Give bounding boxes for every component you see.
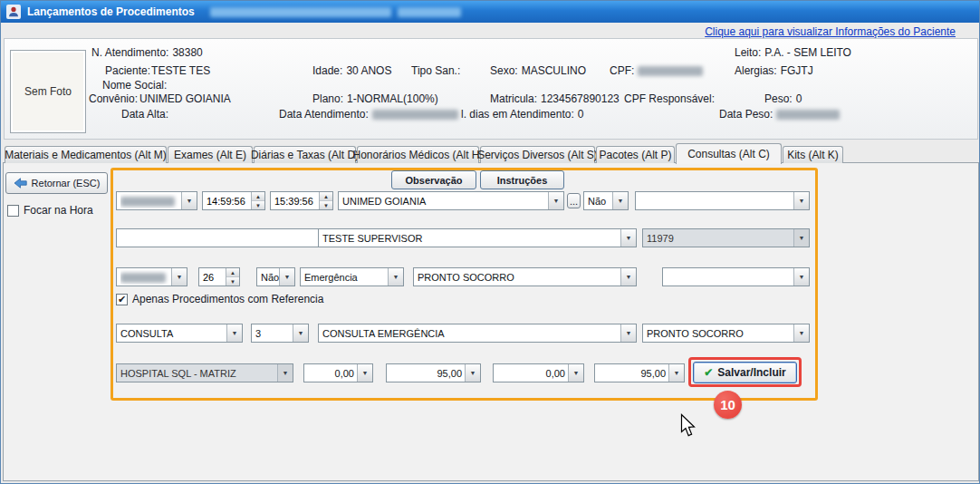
mouse-cursor: [680, 413, 697, 438]
alergias-value: FGJTJ: [781, 64, 813, 77]
local-combobox[interactable]: PRONTO SOCORRO ▼: [642, 324, 810, 343]
chevron-down-icon[interactable]: ▼: [612, 192, 628, 209]
chevron-down-icon[interactable]: ▼: [793, 192, 809, 209]
chevron-down-icon[interactable]: ▼: [548, 192, 563, 209]
valor-convenio-combobox[interactable]: 95,00 ▼: [386, 363, 481, 382]
convenio-ellipsis-button[interactable]: ...: [567, 193, 581, 208]
idade-value: 30 ANOS: [346, 64, 391, 77]
tab-materiais-medicamentos[interactable]: Materiais e Medicamentos (Alt M): [5, 146, 167, 163]
chevron-down-icon[interactable]: ▼: [620, 268, 636, 286]
convenio-combobox[interactable]: UNIMED GOIANIA ▼: [338, 191, 564, 210]
peso-field: Peso: 0: [764, 92, 802, 105]
quant-dias-spinner[interactable]: 26 ▲▼: [198, 267, 240, 286]
chevron-down-icon[interactable]: ▼: [171, 268, 187, 286]
chevron-down-icon[interactable]: ▼: [279, 268, 294, 286]
data-f6-combobox[interactable]: ▼: [116, 191, 197, 210]
valor-convenio-value: 95,00: [390, 368, 465, 379]
tab-consultas[interactable]: Consultas (Alt C): [676, 143, 782, 164]
checkbox-checked[interactable]: ✔: [116, 294, 128, 305]
spin-up-icon[interactable]: ▲: [320, 192, 332, 200]
total-ch-combobox[interactable]: 0,00 ▼: [303, 363, 373, 382]
tab-kits[interactable]: Kits (Alt K): [783, 146, 843, 163]
tab-exames[interactable]: Exames (Alt E): [168, 146, 253, 163]
historico-combobox[interactable]: CONSULTA ▼: [116, 324, 243, 343]
patient-info-link[interactable]: Clique aqui para visualizar Informações …: [705, 25, 956, 38]
spin-up-icon[interactable]: ▲: [252, 192, 264, 200]
chevron-down-icon[interactable]: ▼: [793, 324, 809, 342]
apenas-referencia-checkbox[interactable]: ✔ Apenas Procedimentos com Referencia: [116, 293, 323, 305]
tab-pacotes[interactable]: Pacotes (Alt P): [596, 146, 675, 163]
prestador-combobox[interactable]: ▼: [116, 228, 336, 247]
atendimento-field: N. Atendimento: 38380: [91, 46, 203, 59]
nome-medico-combobox[interactable]: TESTE SUPERVISOR ▼: [318, 228, 637, 247]
prioridade-combobox[interactable]: ▼: [662, 267, 810, 286]
salvar-incluir-label: Salvar/Incluir: [717, 366, 785, 379]
hora-final-spinner[interactable]: 15:39:56 ▲▼: [270, 191, 333, 210]
chevron-down-icon[interactable]: ▼: [620, 229, 636, 247]
spin-down-icon[interactable]: ▼: [252, 200, 264, 209]
matricula-info-field: Matricula: 1234567890123: [490, 92, 620, 105]
retornar-button[interactable]: Retornar (ESC): [5, 172, 108, 194]
retornar-label: Retornar (ESC): [32, 178, 101, 189]
convenio-info-label: Convênio:: [89, 92, 138, 105]
leito-field: Leito: P.A. - SEM LEITO: [735, 46, 851, 59]
cpf-responsavel-field: CPF Responsável:: [624, 92, 718, 105]
data-peso-field: Data Peso:: [719, 108, 840, 121]
procedimento-combobox[interactable]: CONSULTA EMERGÊNCIA ▼: [318, 324, 637, 343]
data-atendimento-redacted-value: [372, 110, 458, 120]
checkbox-unchecked[interactable]: [7, 205, 19, 217]
spinner-buttons[interactable]: ▲▼: [226, 268, 239, 286]
leito-value: P.A. - SEM LEITO: [764, 46, 851, 59]
data-atendimento-label: Data Atendimento:: [279, 108, 369, 121]
grupo-lancamento-combobox[interactable]: ▼: [635, 191, 810, 210]
chevron-down-icon[interactable]: ▼: [620, 324, 636, 342]
chevron-down-icon[interactable]: ▼: [388, 268, 403, 286]
horario-esp-combobox[interactable]: Não ▼: [583, 191, 629, 210]
spinner-buttons[interactable]: ▲▼: [251, 192, 264, 209]
matricula-info-value: 1234567890123: [541, 92, 620, 105]
spin-down-icon[interactable]: ▼: [226, 276, 239, 286]
nome-medico-value: TESTE SUPERVISOR: [322, 233, 620, 244]
step-10-badge: 10: [714, 391, 742, 419]
codigo-proc-combobox[interactable]: 3 ▼: [251, 324, 309, 343]
total-ch-value: 0,00: [308, 368, 357, 379]
hora-inicial-value: 14:59:56: [207, 196, 251, 207]
matricula-info-label: Matricula:: [490, 92, 537, 105]
chevron-down-icon[interactable]: ▼: [568, 364, 583, 382]
spin-up-icon[interactable]: ▲: [226, 268, 239, 276]
nome-social-label: Nome Social:: [102, 79, 167, 92]
ultima-consulta-redacted-value: [120, 270, 171, 285]
origem-combobox[interactable]: PRONTO SOCORRO ▼: [413, 267, 637, 286]
titlebar[interactable]: Lançamentos de Procedimentos: [1, 1, 979, 23]
paciente-field: Paciente: TESTE TES: [105, 64, 210, 77]
paciente-label: Paciente:: [105, 64, 150, 77]
chevron-down-icon[interactable]: ▼: [668, 364, 684, 382]
dias-atendimento-field: l. dias em Atendimento: 0: [461, 108, 583, 121]
cpf-redacted-value: [638, 66, 703, 76]
chevron-down-icon[interactable]: ▼: [226, 324, 242, 342]
valor-paciente-combobox[interactable]: 0,00 ▼: [493, 363, 584, 382]
chevron-down-icon[interactable]: ▼: [357, 364, 372, 382]
spin-down-icon[interactable]: ▼: [320, 200, 332, 209]
salvar-incluir-button[interactable]: ✔ Salvar/Incluir: [693, 362, 797, 383]
tab-diarias-taxas[interactable]: Diárias e Taxas (Alt D): [254, 146, 356, 163]
ultima-consulta-combobox[interactable]: ▼: [116, 267, 187, 286]
rotina-emergencia-combobox[interactable]: Emergência ▼: [300, 267, 404, 286]
unidade-value: HOSPITAL SQL - MATRIZ: [120, 368, 277, 379]
spinner-buttons[interactable]: ▲▼: [319, 192, 332, 209]
tab-honorarios-medicos[interactable]: Honorários Médicos (Alt H): [357, 146, 479, 163]
instrucoes-button[interactable]: Instruções: [480, 170, 564, 189]
window-title: Lançamentos de Procedimentos: [27, 5, 195, 18]
observacao-button[interactable]: Observação: [391, 170, 476, 189]
chevron-down-icon[interactable]: ▼: [465, 364, 480, 382]
focar-na-hora-checkbox[interactable]: Focar na Hora: [7, 204, 93, 217]
tipo-san-label: Tipo San.:: [411, 64, 460, 77]
valor-total-combobox[interactable]: 95,00 ▼: [594, 363, 685, 382]
horario-esp-value: Não: [588, 196, 612, 207]
hora-inicial-spinner[interactable]: 14:59:56 ▲▼: [202, 191, 265, 210]
tab-servicos-diversos[interactable]: Serviços Diversos (Alt S): [480, 146, 595, 163]
agendada-combobox[interactable]: Não ▼: [256, 267, 295, 286]
chevron-down-icon[interactable]: ▼: [293, 324, 308, 342]
chevron-down-icon[interactable]: ▼: [181, 192, 197, 209]
chevron-down-icon[interactable]: ▼: [793, 268, 809, 286]
